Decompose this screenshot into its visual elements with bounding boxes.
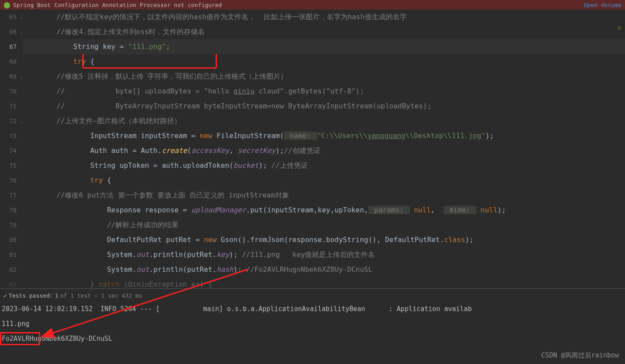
code-line-69: ⌄ //修改5 注释掉，默认上传 字符串，写我们自己的上传格式（上传图片） — [23, 69, 625, 84]
code-content[interactable]: ⌄ //默认不指定key的情况下，以文件内容的hash值作为文件名， 比如上传一… — [23, 10, 625, 288]
code-line-76: try { — [23, 173, 625, 188]
code-line-81: System.out.println(putRet.key); //111.pn… — [23, 247, 625, 262]
code-editor[interactable]: 💡 ⚠ 65 66 67 68 69 70 71 72 73 74 75 76 … — [0, 10, 625, 288]
code-line-82: System.out.println(putRet.hash); //Fo2AV… — [23, 262, 625, 277]
code-line-70: // byte[] uploadBytes = "hello qiniu clo… — [23, 84, 625, 99]
code-line-78: Response response = uploadManager.put(in… — [23, 203, 625, 218]
code-line-77: //修改6 put方法 第一个参数 要放上面 自己定义的 inputStream… — [23, 188, 625, 203]
tests-passed-count: 1 — [55, 292, 59, 299]
log-line-3: Fo2AVLRHugoNbek6XZ8Uy-DCnuSL — [2, 331, 623, 346]
line-number-gutter: 65 66 67 68 69 70 71 72 73 74 75 76 77 7… — [0, 10, 23, 288]
log-line-2: 111.png — [2, 316, 623, 331]
csdn-watermark: CSDN @风雨过后rainbow — [541, 351, 619, 360]
test-status-bar: ✔ Tests passed: 1 of 1 test – 1 sec 432 … — [0, 291, 625, 301]
check-icon: ✔ — [3, 292, 7, 299]
code-line-68: try { — [23, 54, 625, 69]
code-line-66: ⌄ //修改4.指定上传文件到oss时，文件的存储名 — [23, 24, 625, 39]
code-line-72: ⌄ //上传文件—图片格式（本机绝对路径） — [23, 114, 625, 128]
code-line-73: InputStream inputStream = new FileInputS… — [23, 128, 625, 143]
code-line-75: String upToken = auth.uploadToken(bucket… — [23, 158, 625, 173]
code-line-67: String key = "111.png"; — [23, 39, 625, 54]
console-output[interactable]: 2023-06-14 12:02:19.152 INFO 5264 --- [ … — [0, 301, 625, 347]
code-line-71: // ByteArrayInputStream byteInputStream=… — [23, 99, 625, 114]
code-line-79: //解析上传成功的结果 — [23, 218, 625, 232]
spring-icon: ⬤ — [3, 1, 10, 8]
code-line-80: DefaultPutRet putRet = new Gson().fromJs… — [23, 232, 625, 247]
notification-bar: ⬤ Spring Boot Configuration Annotation P… — [0, 0, 625, 10]
open-documentation-link[interactable]: Open docume — [584, 2, 622, 8]
code-line-83: } catch (QiniuException ex) { — [23, 277, 625, 292]
annotation-box-2 — [0, 332, 40, 345]
tests-passed-label: Tests passed: — [9, 292, 53, 299]
code-line-74: Auth auth = Auth.create(accessKey, secre… — [23, 143, 625, 158]
code-line-65: ⌄ //默认不指定key的情况下，以文件内容的hash值作为文件名， 比如上传一… — [23, 10, 625, 24]
notification-message: Spring Boot Configuration Annotation Pro… — [13, 2, 222, 8]
tests-summary: of 1 test – 1 sec 432 ms — [60, 292, 142, 299]
console-panel: ✔ Tests passed: 1 of 1 test – 1 sec 432 … — [0, 288, 625, 347]
log-line-1: 2023-06-14 12:02:19.152 INFO 5264 --- [ … — [2, 302, 623, 316]
